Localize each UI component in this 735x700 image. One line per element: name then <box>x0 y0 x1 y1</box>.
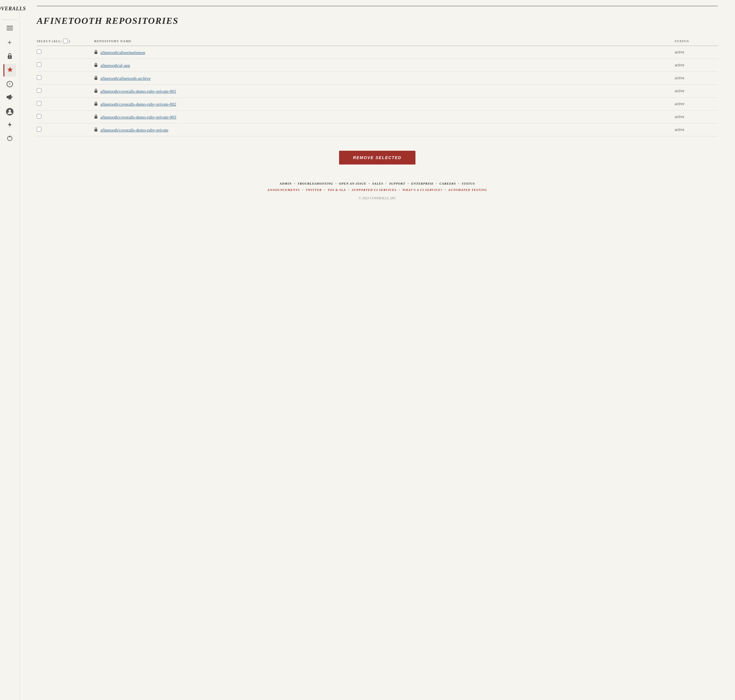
repo-link[interactable]: afinetooth/coveralls-demo-ruby-private-0… <box>100 102 176 106</box>
row-lock-icon <box>94 75 98 81</box>
select-all-checkbox[interactable] <box>63 39 68 43</box>
footer-separator: • <box>457 182 460 185</box>
footer-link2[interactable]: TOS & SLA <box>328 188 346 191</box>
footer-link2[interactable]: WHAT'S A CI SERVICE? <box>402 188 442 191</box>
footer-separator: • <box>368 182 371 185</box>
row-lock-icon <box>94 101 98 107</box>
footer-link[interactable]: CAREERS <box>440 182 456 185</box>
footer-link2[interactable]: AUTOMATED TESTING <box>448 188 487 191</box>
footer-link[interactable]: SALES <box>372 182 383 185</box>
repo-link[interactable]: afinetooth/af-app <box>100 63 130 68</box>
row-lock-icon <box>94 63 98 68</box>
footer-link[interactable]: STATUS <box>462 182 475 185</box>
sidebar-item-list[interactable] <box>3 23 16 35</box>
footer-separator: • <box>435 182 438 185</box>
footer-links2: ANNOUNCEMENTS • TWITTER • TOS & SLA • SU… <box>37 188 718 191</box>
footer-link2[interactable]: TWITTER <box>306 188 322 191</box>
svg-point-4 <box>9 57 10 58</box>
repo-status: active <box>675 72 718 85</box>
row-lock-icon <box>94 50 98 55</box>
sidebar-item-signout[interactable] <box>3 133 16 146</box>
row-checkbox[interactable] <box>37 49 41 54</box>
sidebar-divider <box>2 19 18 20</box>
row-checkbox[interactable] <box>37 88 41 93</box>
col-status: STATUS <box>675 37 718 46</box>
row-checkbox[interactable] <box>37 75 41 80</box>
footer-link[interactable]: OPEN AN ISSUE <box>339 182 366 185</box>
repo-name-cell: afinetooth/coveralls-demo-ruby-private-0… <box>94 85 675 98</box>
table-row: afinetooth/afinetooth-archive active <box>37 72 718 85</box>
row-checkbox[interactable] <box>37 114 41 119</box>
bolt-icon <box>7 121 12 129</box>
row-checkbox[interactable] <box>37 127 41 131</box>
svg-rect-15 <box>94 116 97 119</box>
remove-selected-button[interactable]: REMOVE SELECTED <box>339 151 415 165</box>
repo-name-cell: afinetooth/coveralls-demo-ruby-private <box>94 124 675 137</box>
repo-name-cell: afinetooth/coveralls-demo-ruby-private-0… <box>94 98 675 110</box>
table-row: afinetooth/allseeinglemon active <box>37 46 718 59</box>
svg-rect-1 <box>7 28 13 29</box>
sidebar-item-help[interactable]: ? <box>3 78 16 90</box>
svg-marker-7 <box>8 122 12 128</box>
svg-rect-2 <box>7 29 13 31</box>
footer-links: ADMIN • TROUBLESHOOTING • OPEN AN ISSUE … <box>37 182 718 185</box>
svg-rect-12 <box>94 78 97 80</box>
row-checkbox[interactable] <box>37 62 41 67</box>
repo-status: active <box>675 124 718 137</box>
profile-icon <box>6 108 13 115</box>
col-select: SELECT (ALL: ) <box>37 37 94 46</box>
footer-link[interactable]: SUPPORT <box>389 182 406 185</box>
table-row: afinetooth/coveralls-demo-ruby-private-0… <box>37 85 718 98</box>
sidebar-item-profile[interactable] <box>3 105 16 118</box>
sidebar: COVERALLS + <box>0 0 19 700</box>
footer-separator: • <box>293 182 296 185</box>
col-repo-name: REPOSITORY NAME <box>94 37 675 46</box>
row-checkbox[interactable] <box>37 101 41 106</box>
row-checkbox-cell <box>37 110 94 124</box>
table-row: afinetooth/coveralls-demo-ruby-private-0… <box>37 110 718 124</box>
footer-link[interactable]: ADMIN <box>280 182 292 185</box>
repo-link[interactable]: afinetooth/coveralls-demo-ruby-private-0… <box>100 89 176 94</box>
svg-rect-16 <box>94 129 97 131</box>
sidebar-item-bolt[interactable] <box>3 119 16 132</box>
repo-status: active <box>675 59 718 72</box>
table-row: afinetooth/af-app active <box>37 59 718 72</box>
sidebar-item-lock[interactable] <box>3 50 16 63</box>
row-lock-icon <box>94 114 98 120</box>
footer-separator: • <box>347 188 351 191</box>
svg-rect-0 <box>7 26 13 27</box>
footer-separator: • <box>334 182 338 185</box>
row-lock-icon <box>94 127 98 133</box>
sidebar-item-announcements[interactable] <box>3 91 16 104</box>
table-row: afinetooth/coveralls-demo-ruby-private a… <box>37 124 718 137</box>
main-content: AFINETOOTH REPOSITORIES SELECT (ALL: ) R… <box>19 6 735 700</box>
list-icon <box>7 25 13 32</box>
footer-link[interactable]: TROUBLESHOOTING <box>298 182 333 185</box>
page-title: AFINETOOTH REPOSITORIES <box>37 16 718 26</box>
row-lock-icon <box>94 88 98 94</box>
select-all-label: SELECT (ALL: <box>37 39 62 43</box>
footer-separator: • <box>323 188 326 191</box>
footer-separator: • <box>398 188 401 191</box>
repo-status: active <box>675 85 718 98</box>
announcements-icon <box>7 94 13 101</box>
avatar <box>6 108 13 115</box>
repo-link[interactable]: afinetooth/allseeinglemon <box>100 50 145 55</box>
sidebar-item-starred[interactable] <box>3 64 16 76</box>
repo-link[interactable]: afinetooth/afinetooth-archive <box>100 76 151 81</box>
logo: COVERALLS <box>0 3 28 18</box>
footer-link[interactable]: ENTERPRISE <box>411 182 434 185</box>
repo-status: active <box>675 110 718 124</box>
repo-link[interactable]: afinetooth/coveralls-demo-ruby-private-0… <box>100 115 176 119</box>
footer: ADMIN • TROUBLESHOOTING • OPEN AN ISSUE … <box>37 165 718 212</box>
footer-link2[interactable]: SUPPORTED CI SERVICES <box>352 188 397 191</box>
repo-link[interactable]: afinetooth/coveralls-demo-ruby-private <box>100 128 169 132</box>
add-icon: + <box>7 39 12 47</box>
row-checkbox-cell <box>37 72 94 85</box>
sidebar-item-add[interactable]: + <box>3 37 16 49</box>
signout-icon <box>7 135 13 143</box>
footer-separator: • <box>444 188 447 191</box>
actions-row: REMOVE SELECTED <box>37 151 718 165</box>
footer-link2[interactable]: ANNOUNCEMENTS <box>268 188 300 191</box>
row-checkbox-cell <box>37 85 94 98</box>
